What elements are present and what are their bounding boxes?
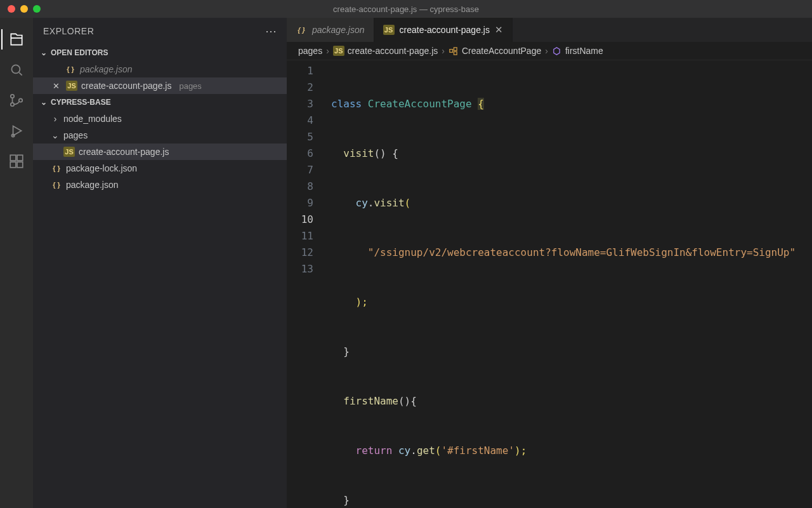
- file-package-json[interactable]: { } package.json: [33, 177, 287, 193]
- breadcrumbs: pages › JS create-account-page.js › Crea…: [287, 42, 812, 60]
- svg-point-2: [11, 103, 14, 106]
- folder-pages[interactable]: ⌄ pages: [33, 127, 287, 144]
- code-editor[interactable]: 1 2 3 4 5 6 7 8 9 10 11 12 13 class Crea…: [287, 60, 812, 508]
- svg-rect-8: [17, 162, 23, 168]
- project-label: CYPRESS-BASE: [51, 98, 111, 107]
- breadcrumb-method[interactable]: firstName: [552, 46, 603, 56]
- tab-package-json[interactable]: { } package.json: [287, 18, 374, 42]
- project-header[interactable]: ⌄ CYPRESS-BASE: [33, 94, 287, 110]
- js-file-icon: JS: [66, 81, 77, 91]
- open-editor-path: pages: [179, 81, 201, 91]
- svg-rect-7: [10, 162, 16, 168]
- svg-point-0: [11, 65, 20, 73]
- tab-create-account-page[interactable]: JS create-account-page.js ✕: [374, 18, 513, 42]
- chevron-right-icon: ›: [545, 46, 548, 56]
- chevron-down-icon: ⌄: [51, 131, 60, 140]
- js-file-icon: JS: [383, 25, 395, 35]
- folder-label: node_modules: [63, 114, 122, 124]
- json-file-icon: { }: [51, 180, 62, 190]
- breadcrumb-file[interactable]: JS create-account-page.js: [333, 46, 438, 56]
- tab-bar: { } package.json JS create-account-page.…: [287, 18, 812, 42]
- breadcrumb-class[interactable]: CreateAccountPage: [449, 46, 541, 56]
- method-icon: [552, 46, 562, 56]
- editor-area: { } package.json JS create-account-page.…: [287, 18, 812, 508]
- explorer-sidebar: EXPLORER ⋯ ⌄ OPEN EDITORS { } package.js…: [33, 18, 287, 508]
- chevron-right-icon: ›: [51, 114, 60, 123]
- tab-close-icon[interactable]: ✕: [495, 24, 503, 36]
- svg-rect-10: [454, 47, 457, 50]
- search-activity-icon[interactable]: [1, 55, 32, 85]
- titlebar: create-account-page.js — cypress-base: [0, 0, 812, 18]
- json-file-icon: { }: [65, 64, 76, 74]
- chevron-down-icon: ⌄: [39, 48, 48, 57]
- traffic-lights: [0, 5, 41, 13]
- tab-label: package.json: [312, 25, 365, 35]
- class-icon: [449, 46, 459, 56]
- svg-rect-11: [454, 51, 457, 55]
- open-editor-item[interactable]: ✕ JS create-account-page.js pages: [33, 77, 287, 94]
- maximize-window-button[interactable]: [33, 5, 41, 13]
- open-editors-label: OPEN EDITORS: [51, 48, 108, 57]
- svg-rect-6: [17, 155, 23, 161]
- run-debug-activity-icon[interactable]: [1, 116, 32, 146]
- file-label: create-account-page.js: [79, 147, 169, 157]
- chevron-right-icon: ›: [326, 46, 329, 56]
- js-file-icon: JS: [333, 46, 344, 56]
- explorer-activity-icon[interactable]: [1, 24, 32, 55]
- explorer-more-icon[interactable]: ⋯: [265, 24, 277, 38]
- tab-label: create-account-page.js: [400, 25, 490, 35]
- folder-node-modules[interactable]: › node_modules: [33, 110, 287, 127]
- svg-point-3: [19, 98, 22, 102]
- svg-rect-5: [10, 155, 16, 161]
- breadcrumb-folder[interactable]: pages: [298, 46, 322, 56]
- chevron-down-icon: ⌄: [39, 98, 48, 107]
- open-editor-label: create-account-page.js: [81, 81, 171, 91]
- json-file-icon: { }: [296, 25, 307, 35]
- code-content[interactable]: class CreateAccountPage { visit() { cy.v…: [325, 60, 812, 508]
- chevron-right-icon: ›: [442, 46, 445, 56]
- extensions-activity-icon[interactable]: [1, 146, 32, 177]
- folder-label: pages: [63, 130, 88, 140]
- file-create-account-page[interactable]: JS create-account-page.js: [33, 144, 287, 160]
- svg-point-1: [11, 95, 14, 98]
- explorer-title: EXPLORER: [43, 26, 94, 36]
- close-window-button[interactable]: [8, 5, 15, 13]
- file-label: package.json: [66, 180, 119, 190]
- open-editors-header[interactable]: ⌄ OPEN EDITORS: [33, 44, 287, 61]
- activity-bar: [0, 18, 33, 508]
- minimize-window-button[interactable]: [20, 5, 28, 13]
- svg-rect-9: [450, 49, 453, 52]
- file-package-lock[interactable]: { } package-lock.json: [33, 160, 287, 177]
- open-editor-item[interactable]: { } package.json: [33, 61, 287, 77]
- source-control-activity-icon[interactable]: [1, 85, 32, 116]
- js-file-icon: JS: [63, 147, 75, 157]
- close-editor-icon[interactable]: ✕: [49, 81, 62, 91]
- open-editor-label: package.json: [80, 64, 133, 74]
- file-label: package-lock.json: [66, 163, 137, 173]
- json-file-icon: { }: [51, 163, 62, 173]
- line-number-gutter: 1 2 3 4 5 6 7 8 9 10 11 12 13: [287, 60, 325, 508]
- window-title: create-account-page.js — cypress-base: [333, 4, 479, 14]
